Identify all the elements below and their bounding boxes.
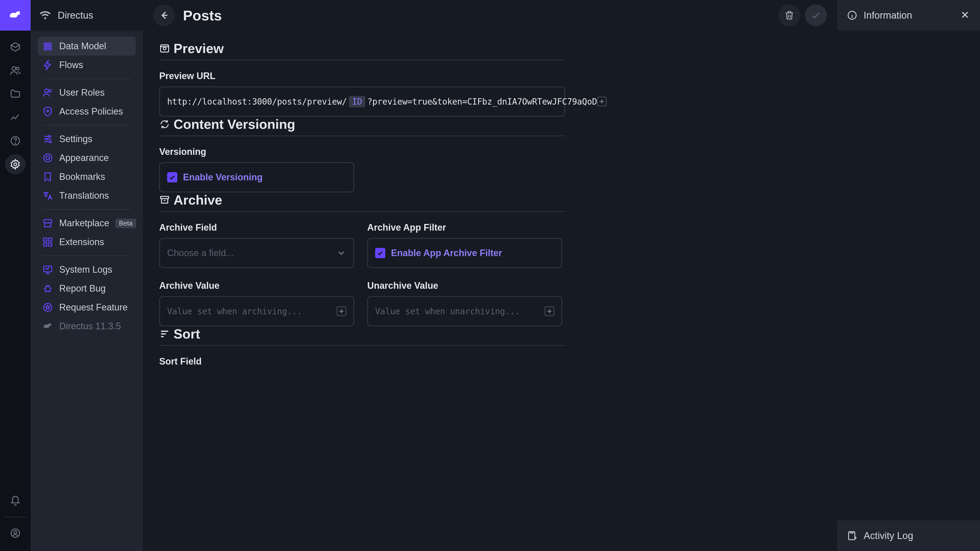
right-panel-footer[interactable]: Activity Log	[837, 520, 980, 551]
delete-button[interactable]	[778, 4, 800, 26]
rabbit-icon	[8, 8, 23, 23]
folder-icon	[10, 88, 21, 100]
section-title: Preview	[173, 41, 224, 56]
sidebar-divider	[42, 125, 131, 125]
checkbox-label: Enable App Archive Filter	[391, 248, 502, 259]
preview-url-tag[interactable]: ID	[349, 96, 365, 107]
activity-log-label: Activity Log	[864, 530, 913, 541]
sidebar-divider	[42, 79, 131, 79]
help-icon	[10, 135, 21, 146]
sidebar-item-access-policies[interactable]: Access Policies	[38, 102, 136, 121]
svg-point-3	[15, 143, 16, 143]
rail-item-content[interactable]	[5, 37, 25, 57]
sidebar-item-extensions[interactable]: Extensions	[38, 233, 136, 251]
store-icon	[42, 218, 53, 229]
svg-rect-19	[49, 238, 52, 241]
apps-icon	[42, 237, 53, 248]
field-label-unarchive-value: Unarchive Value	[367, 280, 565, 291]
sidebar-item-label: Marketplace	[59, 218, 109, 229]
rail-item-help[interactable]	[5, 130, 25, 151]
rail-divider	[4, 517, 27, 517]
svg-rect-9	[44, 48, 51, 50]
sidebar-version: Directus 11.3.5	[38, 317, 136, 336]
sliders-icon	[42, 134, 53, 144]
sidebar-item-user-roles[interactable]: User Roles	[38, 83, 136, 102]
page-title: Posts	[183, 7, 222, 24]
field-label-sort-field: Sort Field	[159, 356, 565, 367]
app-name: Directus	[58, 10, 93, 21]
sidebar-item-label: Extensions	[59, 237, 104, 248]
sidebar-item-report-bug[interactable]: Report Bug	[38, 279, 136, 298]
checkbox-label: Enable Versioning	[183, 172, 262, 183]
chevron-down-icon	[336, 248, 346, 258]
sidebar-item-request-feature[interactable]: Request Feature	[38, 298, 136, 317]
sidebar-item-flows[interactable]: Flows	[38, 56, 136, 75]
users-icon	[10, 65, 21, 76]
bolt-icon	[42, 60, 53, 70]
svg-point-4	[14, 163, 17, 166]
rail-item-users[interactable]	[5, 60, 25, 81]
section-archive: Archive Archive Field Choose a field... …	[159, 192, 565, 326]
bookmark-icon	[42, 171, 53, 182]
monitor-icon	[42, 264, 53, 275]
arrow-left-icon	[159, 10, 170, 21]
rail-item-insights[interactable]	[5, 107, 25, 127]
add-variable-button[interactable]	[545, 306, 554, 316]
add-variable-button[interactable]	[597, 97, 607, 106]
svg-rect-8	[44, 46, 51, 47]
section-heading: Content Versioning	[159, 117, 565, 136]
sidebar-item-translations[interactable]: Translations	[38, 186, 136, 205]
brand-logo[interactable]	[0, 0, 30, 30]
sidebar-item-label: Bookmarks	[59, 171, 105, 182]
section-title: Sort	[173, 326, 200, 341]
style-icon	[42, 152, 53, 163]
box-icon	[10, 41, 21, 52]
unarchive-value-input[interactable]: Value set when unarchiving...	[367, 296, 562, 326]
sort-icon	[159, 329, 170, 339]
svg-point-6	[14, 531, 17, 534]
sidebar-header: Directus	[30, 0, 143, 30]
account-icon	[10, 527, 21, 539]
svg-rect-7	[44, 43, 51, 44]
add-variable-button[interactable]	[337, 306, 346, 316]
sidebar-item-label: Data Model	[59, 41, 106, 52]
rail-item-files[interactable]	[5, 84, 25, 104]
close-button[interactable]	[959, 10, 970, 21]
rail-item-settings[interactable]	[5, 154, 25, 175]
version-label: Directus 11.3.5	[59, 321, 121, 332]
section-heading: Preview	[159, 41, 565, 60]
archive-icon	[159, 195, 170, 205]
sidebar-item-settings[interactable]: Settings	[38, 130, 136, 148]
main: Posts Preview Preview URL http://localho…	[143, 0, 837, 551]
chart-icon	[10, 112, 21, 123]
rail-notifications[interactable]	[5, 491, 25, 511]
svg-rect-20	[44, 243, 47, 246]
right-panel: Information Activity Log	[837, 0, 980, 551]
enable-app-archive-filter-checkbox[interactable]: Enable App Archive Filter	[367, 238, 562, 268]
svg-rect-21	[49, 243, 52, 246]
svg-rect-27	[161, 197, 169, 199]
sidebar-list: Data Model Flows User Roles Access Polic…	[30, 30, 143, 336]
svg-point-12	[47, 110, 49, 112]
sidebar-item-appearance[interactable]: Appearance	[38, 148, 136, 167]
svg-point-11	[49, 89, 52, 92]
users-icon	[42, 87, 53, 98]
select-placeholder: Choose a field...	[167, 248, 234, 259]
enable-versioning-checkbox[interactable]: Enable Versioning	[159, 162, 354, 192]
sidebar-item-label: Translations	[59, 190, 109, 201]
rail-account[interactable]	[5, 523, 25, 543]
preview-url-input[interactable]: http://localhost:3000/posts/preview/ ID …	[159, 86, 565, 117]
back-button[interactable]	[153, 5, 175, 26]
bell-icon	[10, 495, 21, 507]
archive-value-input[interactable]: Value set when archiving...	[159, 296, 354, 326]
sidebar-item-bookmarks[interactable]: Bookmarks	[38, 167, 136, 186]
preview-url-pre: http://localhost:3000/posts/preview/	[167, 97, 347, 106]
sidebar-item-marketplace[interactable]: Marketplace Beta	[38, 214, 136, 233]
sidebar-item-system-logs[interactable]: System Logs	[38, 260, 136, 279]
sidebar-item-label: Flows	[59, 60, 83, 70]
archive-field-select[interactable]: Choose a field...	[159, 238, 354, 268]
plus-icon	[598, 97, 606, 106]
svg-rect-25	[161, 45, 169, 52]
save-button[interactable]	[805, 4, 827, 26]
sidebar-item-data-model[interactable]: Data Model	[38, 37, 136, 56]
